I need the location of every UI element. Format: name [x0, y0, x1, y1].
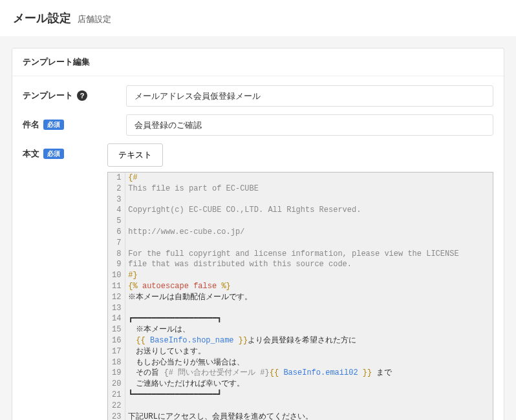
template-select[interactable]	[126, 85, 493, 107]
gutter-line: 5	[112, 216, 121, 227]
gutter-line: 14	[112, 313, 121, 324]
code-line[interactable]: ご連絡いただければ幸いです。	[128, 379, 490, 390]
gutter-line: 22	[112, 401, 121, 412]
code-line[interactable]: 下記URLにアクセスし、会員登録を進めてください。	[128, 412, 490, 420]
code-line[interactable]: {{ BaseInfo.shop_name }}より会員登録を希望された方に	[128, 335, 490, 346]
code-line[interactable]: ┏━━━━━━━━━━━━━━━━━━┓	[128, 313, 490, 324]
subject-input[interactable]	[126, 114, 493, 136]
gutter-line: 2	[112, 184, 121, 194]
gutter-line: 19	[112, 368, 121, 379]
page-title: メール設定	[13, 10, 71, 26]
code-line[interactable]: {% autoescape false %}	[128, 281, 490, 292]
gutter-line: 18	[112, 357, 121, 368]
row-subject: 件名 必須	[23, 114, 493, 136]
page-header: メール設定 店舗設定	[0, 0, 516, 36]
gutter-line: 8	[112, 249, 121, 260]
template-edit-card: テンプレート編集 テンプレート ? 件名 必須	[12, 48, 504, 420]
editor-gutter: 1234567891011121314151617181920212223242…	[108, 173, 125, 420]
gutter-line: 10	[112, 270, 121, 281]
code-line[interactable]: #}	[128, 270, 490, 281]
gutter-line: 16	[112, 335, 121, 346]
gutter-line: 9	[112, 259, 121, 270]
code-line[interactable]: file that was distributed with this sour…	[128, 259, 490, 270]
code-line[interactable]: その旨 {# 問い合わせ受付メール #}{{ BaseInfo.email02 …	[128, 368, 490, 379]
code-line[interactable]	[128, 216, 490, 227]
gutter-line: 7	[112, 238, 121, 249]
label-template: テンプレート ?	[23, 85, 126, 101]
code-line[interactable]	[128, 238, 490, 249]
gutter-line: 1	[112, 173, 121, 184]
code-line[interactable]: {#	[128, 173, 490, 184]
gutter-line: 3	[112, 194, 121, 205]
gutter-line: 12	[112, 292, 121, 303]
tab-text[interactable]: テキスト	[107, 143, 163, 167]
code-line[interactable]: http://www.ec-cube.co.jp/	[128, 227, 490, 238]
code-line[interactable]: お送りしています。	[128, 346, 490, 357]
label-subject-text: 件名	[23, 119, 39, 131]
code-line[interactable]: ※本メールは自動配信メールです。	[128, 292, 490, 303]
code-line[interactable]	[128, 401, 490, 412]
code-line[interactable]	[128, 194, 490, 205]
gutter-line: 23	[112, 412, 121, 420]
gutter-line: 6	[112, 227, 121, 238]
code-line[interactable]: This file is part of EC-CUBE	[128, 184, 490, 194]
page-subtitle: 店舗設定	[78, 14, 111, 25]
label-body: 本文 必須	[23, 143, 107, 160]
row-body: 本文 必須 テキスト 12345678910111213141516171819…	[23, 143, 493, 420]
code-line[interactable]: ※本メールは、	[128, 324, 490, 335]
code-line[interactable]: もしお心当たりが無い場合は、	[128, 357, 490, 368]
gutter-line: 15	[112, 324, 121, 335]
label-subject: 件名 必須	[23, 114, 126, 131]
gutter-line: 11	[112, 281, 121, 292]
label-template-text: テンプレート	[23, 90, 73, 101]
code-line[interactable]: For the full copyright and license infor…	[128, 249, 490, 260]
code-editor[interactable]: 1234567891011121314151617181920212223242…	[107, 172, 493, 420]
code-line[interactable]	[128, 303, 490, 314]
gutter-line: 4	[112, 205, 121, 216]
row-template: テンプレート ?	[23, 85, 493, 107]
code-line[interactable]: Copyright(c) EC-CUBE CO.,LTD. All Rights…	[128, 205, 490, 216]
gutter-line: 13	[112, 303, 121, 314]
card-title: テンプレート編集	[12, 48, 504, 76]
gutter-line: 20	[112, 379, 121, 390]
gutter-line: 17	[112, 346, 121, 357]
required-badge: 必須	[43, 149, 64, 159]
required-badge: 必須	[43, 120, 64, 130]
label-body-text: 本文	[23, 148, 39, 160]
code-line[interactable]: ┗━━━━━━━━━━━━━━━━━━┛	[128, 390, 490, 401]
gutter-line: 21	[112, 390, 121, 401]
help-icon[interactable]: ?	[77, 90, 87, 101]
editor-code[interactable]: {#This file is part of EC-CUBE Copyright…	[125, 173, 493, 420]
